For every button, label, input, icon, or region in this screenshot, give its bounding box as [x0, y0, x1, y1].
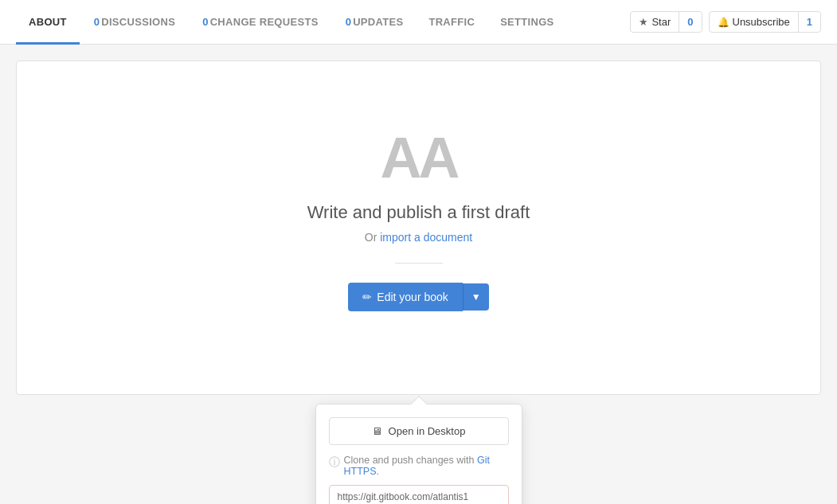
star-icon: ★ [639, 16, 648, 28]
nav-bar: ABOUT 0 DISCUSSIONS 0 CHANGE REQUESTS 0 … [0, 0, 837, 45]
import-link[interactable]: import a document [380, 231, 472, 244]
tab-about[interactable]: ABOUT [16, 1, 80, 45]
tab-updates[interactable]: 0 UPDATES [331, 1, 417, 45]
dropdown-popup: 🖥 Open in Desktop ⓘ Clone and push chang… [315, 404, 522, 504]
nav-tabs: ABOUT 0 DISCUSSIONS 0 CHANGE REQUESTS 0 … [16, 0, 630, 44]
edit-book-button[interactable]: ✏ Edit your book [348, 283, 463, 311]
card-subtitle: Or import a document [365, 231, 472, 244]
tab-settings[interactable]: SETTINGS [487, 1, 566, 45]
star-button[interactable]: ★ Star 0 [630, 11, 702, 33]
card-title: Write and publish a first draft [307, 202, 530, 223]
chevron-down-icon: ▼ [471, 291, 481, 303]
edit-button-group: ✏ Edit your book ▼ [348, 283, 488, 311]
content-card: AA Write and publish a first draft Or im… [16, 61, 821, 395]
clone-info-text: Clone and push changes with Git HTTPS. [344, 455, 509, 477]
pencil-icon: ✏ [362, 291, 372, 303]
clone-info: ⓘ Clone and push changes with Git HTTPS. [329, 455, 509, 477]
bell-icon: 🔔 [718, 17, 729, 28]
book-icon: AA [381, 129, 457, 186]
tab-change-requests[interactable]: 0 CHANGE REQUESTS [188, 1, 331, 45]
open-desktop-button[interactable]: 🖥 Open in Desktop [329, 417, 509, 445]
git-url-input[interactable] [329, 485, 509, 504]
git-https-link[interactable]: Git HTTPS [344, 455, 490, 477]
divider [395, 263, 443, 264]
info-icon: ⓘ [329, 455, 340, 470]
tab-discussions[interactable]: 0 DISCUSSIONS [80, 1, 188, 45]
main-content: AA Write and publish a first draft Or im… [0, 45, 837, 504]
nav-actions: ★ Star 0 🔔 Unsubscribe 1 [630, 11, 821, 33]
desktop-icon: 🖥 [372, 425, 382, 437]
unsubscribe-button[interactable]: 🔔 Unsubscribe 1 [709, 11, 822, 33]
tab-traffic[interactable]: TRAFFIC [416, 1, 487, 45]
edit-dropdown-button[interactable]: ▼ [463, 283, 489, 311]
